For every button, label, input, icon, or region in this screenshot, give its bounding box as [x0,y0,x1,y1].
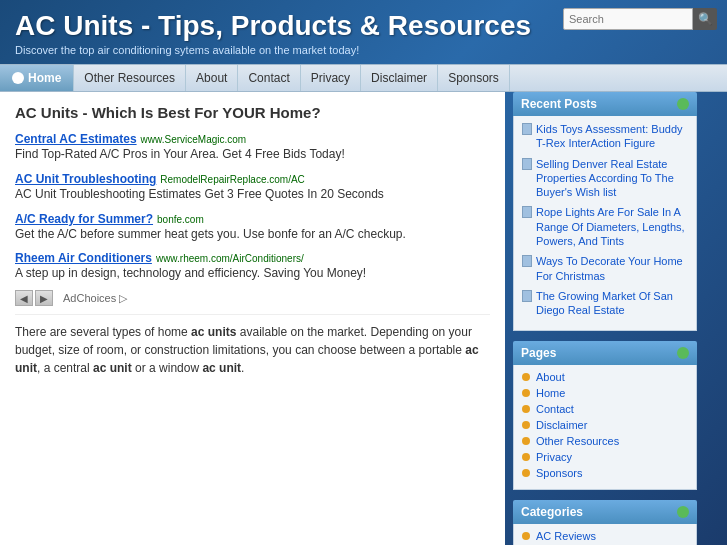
search-input[interactable] [563,8,693,30]
page-item[interactable]: Other Resources [522,435,688,447]
search-icon: 🔍 [698,12,713,26]
categories-icon [677,506,689,518]
categories-section: Categories AC Reviews [513,500,697,545]
pages-content: AboutHomeContactDisclaimerOther Resource… [513,365,697,490]
page-link: Privacy [536,451,572,463]
nav-item-disclaimer[interactable]: Disclaimer [361,65,438,91]
ad-source: www.ServiceMagic.com [141,134,247,145]
ad-navigation: ◀ ▶ AdChoices ▷ [15,290,490,306]
recent-posts-header: Recent Posts [513,92,697,116]
ad-source: RemodelRepairReplace.com/AC [160,174,305,185]
ad-description: A step up in design, technology and effi… [15,265,490,282]
recent-posts-section: Recent Posts Kids Toys Assessment: Buddy… [513,92,697,331]
ad-description: Get the A/C before summer heat gets you.… [15,226,490,243]
search-bar: 🔍 [563,8,717,30]
pages-section: Pages AboutHomeContactDisclaimerOther Re… [513,341,697,490]
page-link: Home [536,387,565,399]
ad-block: Rheem Air Conditionerswww.rheem.com/AirC… [15,250,490,282]
recent-post-item[interactable]: The Growing Market Of San Diego Real Est… [522,289,688,318]
page-item[interactable]: Home [522,387,688,399]
page-item[interactable]: About [522,371,688,383]
nav-item-label: Disclaimer [371,71,427,85]
post-icon [522,290,532,302]
ad-description: Find Top-Rated A/C Pros in Your Area. Ge… [15,146,490,163]
pages-title: Pages [521,346,556,360]
page-dot-icon [522,437,530,445]
nav-item-label: Other Resources [84,71,175,85]
page-link: Other Resources [536,435,619,447]
ad-block: Central AC Estimateswww.ServiceMagic.com… [15,131,490,163]
page-dot-icon [522,389,530,397]
recent-post-text: Ways To Decorate Your Home For Christmas [536,254,688,283]
ad-source: bonfe.com [157,214,204,225]
post-icon [522,123,532,135]
nav-item-about[interactable]: About [186,65,238,91]
page-dot-icon [522,469,530,477]
nav-item-privacy[interactable]: Privacy [301,65,361,91]
ad-link[interactable]: Central AC Estimates [15,132,137,146]
pages-header: Pages [513,341,697,365]
nav-item-label: Home [28,71,61,85]
post-icon [522,206,532,218]
page-item[interactable]: Disclaimer [522,419,688,431]
ad-link[interactable]: A/C Ready for Summer? [15,212,153,226]
recent-posts-icon [677,98,689,110]
ad-block: AC Unit TroubleshootingRemodelRepairRepl… [15,171,490,203]
recent-post-item[interactable]: Selling Denver Real Estate Properties Ac… [522,157,688,200]
nav-item-other-resources[interactable]: Other Resources [74,65,186,91]
page-dot-icon [522,373,530,381]
nav-item-label: Sponsors [448,71,499,85]
nav-item-label: Contact [248,71,289,85]
home-icon: ⌂ [12,72,24,84]
recent-posts-content: Kids Toys Assessment: Buddy T-Rex InterA… [513,116,697,331]
nav-item-label: About [196,71,227,85]
categories-content: AC Reviews [513,524,697,545]
recent-post-text: Selling Denver Real Estate Properties Ac… [536,157,688,200]
nav-item-sponsors[interactable]: Sponsors [438,65,510,91]
page-link: Contact [536,403,574,415]
page-dot-icon [522,405,530,413]
post-icon [522,158,532,170]
recent-post-item[interactable]: Rope Lights Are For Sale In A Range Of D… [522,205,688,248]
ad-prev-button[interactable]: ◀ [15,290,33,306]
recent-post-item[interactable]: Kids Toys Assessment: Buddy T-Rex InterA… [522,122,688,151]
nav-item-home[interactable]: ⌂Home [0,65,74,91]
sidebar: Recent Posts Kids Toys Assessment: Buddy… [505,92,705,545]
nav-item-label: Privacy [311,71,350,85]
main-content: AC Units - Which Is Best For YOUR Home? … [0,92,505,545]
ad-block: A/C Ready for Summer?bonfe.comGet the A/… [15,211,490,243]
category-item[interactable]: AC Reviews [522,530,688,542]
ad-link[interactable]: AC Unit Troubleshooting [15,172,156,186]
recent-post-text: The Growing Market Of San Diego Real Est… [536,289,688,318]
main-layout: AC Units - Which Is Best For YOUR Home? … [0,92,727,545]
search-button[interactable]: 🔍 [693,8,717,30]
ad-description: AC Unit Troubleshooting Estimates Get 3 … [15,186,490,203]
recent-post-item[interactable]: Ways To Decorate Your Home For Christmas [522,254,688,283]
site-tagline: Discover the top air conditioning sytems… [15,44,712,56]
categories-header: Categories [513,500,697,524]
ads-container: Central AC Estimateswww.ServiceMagic.com… [15,131,490,282]
category-link: AC Reviews [536,530,596,542]
main-nav: ⌂HomeOther ResourcesAboutContactPrivacyD… [0,64,727,92]
nav-item-contact[interactable]: Contact [238,65,300,91]
recent-post-text: Kids Toys Assessment: Buddy T-Rex InterA… [536,122,688,151]
page-item[interactable]: Contact [522,403,688,415]
categories-title: Categories [521,505,583,519]
pages-icon [677,347,689,359]
post-icon [522,255,532,267]
page-link: About [536,371,565,383]
page-item[interactable]: Privacy [522,451,688,463]
ad-link[interactable]: Rheem Air Conditioners [15,251,152,265]
page-dot-icon [522,453,530,461]
adchoices-label[interactable]: AdChoices ▷ [63,292,127,305]
ad-source: www.rheem.com/AirConditioners/ [156,253,304,264]
page-dot-icon [522,421,530,429]
recent-post-text: Rope Lights Are For Sale In A Range Of D… [536,205,688,248]
page-item[interactable]: Sponsors [522,467,688,479]
category-dot-icon [522,532,530,540]
page-link: Sponsors [536,467,582,479]
content-title: AC Units - Which Is Best For YOUR Home? [15,104,490,121]
recent-posts-title: Recent Posts [521,97,597,111]
page-link: Disclaimer [536,419,587,431]
ad-next-button[interactable]: ▶ [35,290,53,306]
